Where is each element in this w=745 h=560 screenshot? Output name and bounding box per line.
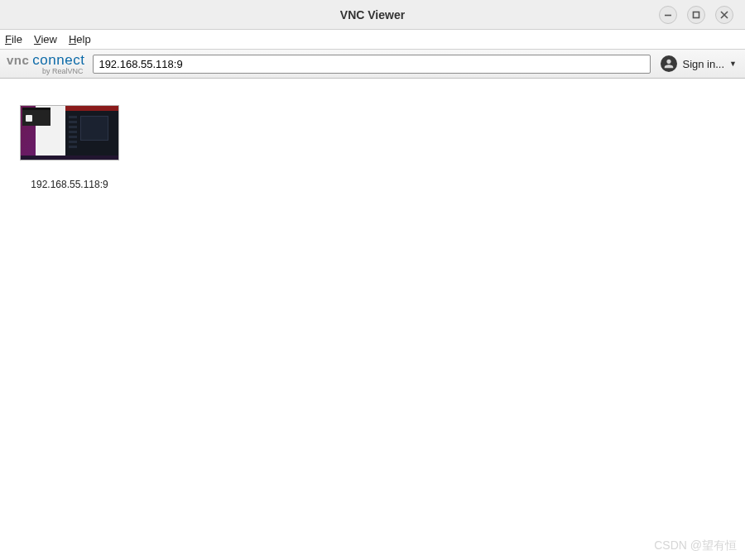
logo-brand-2: connect: [32, 53, 84, 67]
minimize-button[interactable]: [659, 6, 677, 24]
title-bar: VNC Viewer: [0, 0, 745, 30]
sign-in-button[interactable]: Sign in... ▼: [659, 55, 738, 72]
minimize-icon: [664, 11, 672, 19]
chevron-down-icon: ▼: [729, 60, 737, 68]
window-controls: [659, 6, 745, 24]
address-input[interactable]: [93, 55, 651, 74]
menu-file[interactable]: File: [5, 33, 22, 45]
avatar-icon: [661, 55, 677, 72]
maximize-button[interactable]: [687, 6, 705, 24]
maximize-icon: [692, 11, 700, 19]
close-button[interactable]: [715, 6, 733, 24]
close-icon: [720, 11, 728, 19]
connection-card[interactable]: 192.168.55.118:9: [18, 105, 121, 190]
logo-brand-1: vnc: [7, 54, 29, 66]
connections-area: 192.168.55.118:9: [0, 79, 745, 217]
svg-rect-0: [694, 12, 699, 17]
vnc-logo: vnc connect by RealVNC: [7, 53, 84, 75]
sign-in-label: Sign in...: [682, 58, 724, 70]
window-title: VNC Viewer: [0, 8, 745, 22]
watermark-text: CSDN @望有恒: [654, 538, 737, 553]
toolbar: vnc connect by RealVNC Sign in... ▼: [0, 50, 745, 79]
menu-help[interactable]: Help: [69, 33, 91, 45]
menu-view[interactable]: View: [34, 33, 57, 45]
connection-label: 192.168.55.118:9: [31, 179, 108, 190]
logo-byline: by RealVNC: [7, 68, 84, 75]
menu-bar: File View Help: [0, 30, 745, 50]
connection-thumbnail: [20, 105, 119, 160]
